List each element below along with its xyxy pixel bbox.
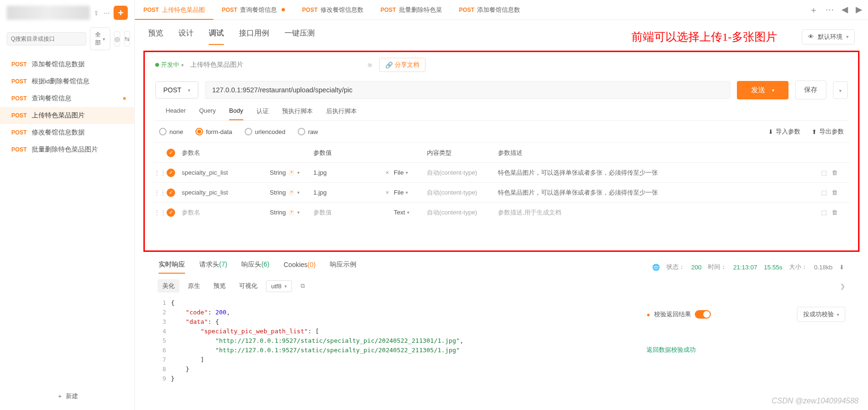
clear-icon[interactable]: × [385, 169, 389, 176]
param-type-select[interactable]: String * ▾ [270, 189, 313, 196]
share-doc-button[interactable]: 🔗 分享文档 [379, 58, 425, 72]
validate-toggle[interactable] [695, 310, 711, 319]
row-check[interactable]: ✓ [167, 208, 175, 217]
search-input[interactable] [7, 32, 86, 45]
resp-tab[interactable]: 响应头(6) [241, 260, 269, 274]
encoding-select[interactable]: utf8▾ [266, 280, 292, 292]
raw-button[interactable]: 原生 [183, 279, 205, 293]
add-button[interactable]: + [114, 6, 128, 20]
sidebar-item[interactable]: POST根据id删除餐馆信息 [0, 73, 134, 90]
visual-button[interactable]: 可视化 [234, 279, 262, 293]
tab[interactable]: POST上传特色菜品图 [135, 0, 213, 19]
param-desc-input[interactable]: 特色菜品图片，可以选择单张或者多张，必须得传至少一张 [498, 169, 821, 177]
copy-icon[interactable]: ⧉ [301, 282, 305, 290]
method-select[interactable]: POST▾ [155, 81, 198, 98]
pretty-button[interactable]: 美化 [158, 279, 179, 293]
more-select[interactable]: ▾ [833, 81, 848, 99]
param-type-select[interactable]: String * ▾ [270, 169, 313, 176]
delete-icon[interactable]: 🗑 [832, 169, 838, 176]
row-check[interactable]: ✓ [167, 169, 175, 177]
validate-label: 校验返回结果 [654, 310, 691, 319]
param-cat-select[interactable]: File ▾ [394, 169, 427, 176]
edit-icon[interactable]: ≋ [367, 62, 372, 69]
resp-tab[interactable]: 实时响应 [159, 260, 185, 274]
delete-icon[interactable]: 🗑 [832, 189, 838, 196]
tab[interactable]: POST查询餐馆信息 [213, 0, 294, 19]
import-params-button[interactable]: ⬇ 导入参数 [768, 127, 800, 136]
export-params-button[interactable]: ⬆ 导出参数 [812, 127, 844, 136]
share-icon[interactable]: ⇪ [94, 9, 99, 17]
drag-handle-icon[interactable]: ⋮⋮ [153, 169, 167, 176]
insert-icon[interactable]: ⬚ [821, 189, 827, 196]
sub-nav-item[interactable]: 调试 [209, 28, 224, 45]
more-icon[interactable]: ⋯ [104, 9, 110, 17]
tab[interactable]: POST添加餐馆信息数 [451, 0, 529, 19]
resp-tab[interactable]: 响应示例 [330, 260, 356, 274]
body-type-radio[interactable]: none [159, 128, 183, 135]
clear-icon[interactable]: × [385, 189, 389, 196]
tab-more-icon[interactable]: ⋯ [825, 4, 834, 16]
env-select[interactable]: 👁 默认环境 ▾ [802, 29, 855, 45]
api-title-input[interactable] [190, 61, 361, 69]
param-value-input[interactable]: 参数值 [313, 208, 394, 217]
sidebar-item[interactable]: POST修改餐馆信息数据 [0, 124, 134, 141]
sidebar-item[interactable]: POST上传特色菜品图片 [0, 107, 134, 124]
collapse-right-icon[interactable]: ❯ [840, 283, 845, 290]
req-tab[interactable]: Query [199, 107, 216, 120]
filter-select[interactable]: 全部▾ [90, 27, 110, 50]
resp-tab[interactable]: 请求头(7) [199, 260, 227, 274]
url-input[interactable] [205, 81, 730, 99]
sidebar-item[interactable]: POST查询餐馆信息 [0, 90, 134, 107]
sidebar-item[interactable]: POST批量删除特色菜品图片 [0, 141, 134, 158]
preview-button[interactable]: 预览 [209, 279, 230, 293]
tab[interactable]: POST修改餐馆信息数 [293, 0, 372, 19]
body-type-radio[interactable]: raw [298, 128, 318, 135]
param-row: ⋮⋮ ✓ specialty_pic_list String * ▾ 1.jpg… [153, 182, 850, 202]
send-button[interactable]: 发送▾ [737, 81, 788, 99]
resp-tab[interactable]: Cookies(0) [283, 261, 316, 273]
new-item-button[interactable]: ＋ 新建 [9, 387, 126, 405]
sub-nav-item[interactable]: 一键压测 [284, 28, 315, 45]
collapse-icon[interactable]: ⇆ [124, 31, 130, 46]
save-button[interactable]: 保存 [795, 80, 826, 99]
tab[interactable]: POST批量删除特色菜 [372, 0, 451, 19]
insert-icon[interactable]: ⬚ [821, 209, 827, 216]
req-tab[interactable]: Body [229, 107, 243, 120]
req-tab[interactable]: Header [166, 107, 186, 120]
locate-icon[interactable]: ◎ [114, 31, 120, 46]
row-check[interactable]: ✓ [167, 188, 175, 197]
sub-nav-item[interactable]: 设计 [178, 28, 194, 45]
param-name-input[interactable]: specialty_pic_list [180, 169, 270, 176]
param-name-input[interactable]: 参数名 [180, 208, 270, 217]
param-desc-input[interactable]: 参数描述,用于生成文档 [498, 208, 821, 217]
validate-mode-button[interactable]: 按成功校验▾ [797, 307, 845, 322]
req-tab[interactable]: 预执行脚本 [282, 107, 313, 120]
sub-nav-item[interactable]: 预览 [148, 28, 163, 45]
sidebar-item[interactable]: POST添加餐馆信息数据 [0, 56, 134, 73]
sub-nav-item[interactable]: 接口用例 [239, 28, 269, 45]
param-value-input[interactable]: 1.jpg× [313, 189, 394, 196]
new-tab-icon[interactable]: ＋ [809, 4, 818, 16]
param-value-input[interactable]: 1.jpg× [313, 169, 394, 176]
param-cat-select[interactable]: File ▾ [394, 189, 427, 196]
param-cat-select[interactable]: Text ▾ [394, 209, 427, 216]
param-ct-input[interactable]: 自动(content-type) [427, 208, 498, 217]
param-name-input[interactable]: specialty_pic_list [180, 189, 270, 196]
drag-handle-icon[interactable]: ⋮⋮ [153, 209, 167, 216]
body-type-radio[interactable]: urlencoded [245, 128, 285, 135]
drag-handle-icon[interactable]: ⋮⋮ [153, 189, 167, 196]
download-icon[interactable]: ⬇ [839, 264, 844, 271]
req-tab[interactable]: 认证 [257, 107, 269, 120]
body-type-radio[interactable]: form-data [195, 128, 232, 135]
param-type-select[interactable]: String * ▾ [270, 209, 313, 216]
check-all[interactable]: ✓ [167, 149, 175, 157]
insert-icon[interactable]: ⬚ [821, 169, 827, 176]
next-tab-icon[interactable]: ▶ [856, 4, 862, 16]
delete-icon[interactable]: 🗑 [832, 209, 838, 216]
param-ct-input[interactable]: 自动(content-type) [427, 169, 498, 177]
param-ct-input[interactable]: 自动(content-type) [427, 188, 498, 197]
dev-status[interactable]: 开发中▾ [155, 61, 184, 69]
req-tab[interactable]: 后执行脚本 [326, 107, 357, 120]
param-desc-input[interactable]: 特色菜品图片，可以选择单张或者多张，必须得传至少一张 [498, 188, 821, 197]
prev-tab-icon[interactable]: ◀ [841, 4, 848, 16]
